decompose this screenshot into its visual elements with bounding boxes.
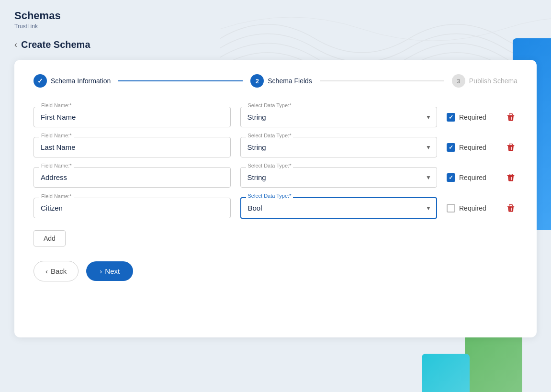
field-row-1: Field Name:* Select Data Type:* StringBo… xyxy=(34,107,517,127)
field-name-input-2[interactable] xyxy=(34,137,231,157)
field-name-group-2: Field Name:* xyxy=(34,137,231,157)
app-subtitle: TrustLink xyxy=(14,23,537,30)
step-3-circle: 3 xyxy=(452,74,465,88)
required-checkbox-1[interactable]: ✓ xyxy=(447,113,455,122)
step-2: 2 Schema Fields xyxy=(250,74,312,88)
back-button-label: Back xyxy=(51,267,67,275)
data-type-select-2[interactable]: StringBoolNumberDate xyxy=(240,137,438,157)
step-3-label: Publish Schema xyxy=(469,77,517,85)
field-name-label-2: Field Name:* xyxy=(39,133,74,138)
field-row-3: Field Name:* Select Data Type:* StringBo… xyxy=(34,167,517,188)
back-arrow-icon: ‹ xyxy=(45,267,48,275)
field-name-label-3: Field Name:* xyxy=(39,163,74,168)
delete-button-2[interactable] xyxy=(504,141,517,154)
data-type-label-3: Select Data Type:* xyxy=(246,163,293,168)
nav-buttons: ‹ Back › Next xyxy=(34,261,517,281)
step-connector-2 xyxy=(320,80,444,81)
field-name-input-1[interactable] xyxy=(34,107,231,127)
bg-decoration-green xyxy=(465,335,522,392)
svg-rect-4 xyxy=(507,145,515,146)
required-label-1: Required xyxy=(459,113,486,121)
step-1-circle: ✓ xyxy=(34,74,47,88)
step-1: ✓ Schema Information xyxy=(34,74,111,88)
required-section-1: ✓ Required xyxy=(447,113,495,122)
required-label-4: Required xyxy=(459,204,486,212)
step-1-label: Schema Information xyxy=(51,77,111,85)
next-arrow-icon: › xyxy=(100,267,102,275)
trash-icon-4 xyxy=(506,203,516,213)
main-card: ✓ Schema Information 2 Schema Fields 3 P… xyxy=(14,60,537,337)
svg-rect-0 xyxy=(507,115,515,116)
data-type-label-1: Select Data Type:* xyxy=(246,102,293,108)
data-type-select-3[interactable]: StringBoolNumberDate xyxy=(240,167,438,188)
step-2-circle: 2 xyxy=(250,74,264,88)
add-button[interactable]: Add xyxy=(34,230,66,246)
required-section-2: ✓ Required xyxy=(447,143,495,152)
fields-container: Field Name:* Select Data Type:* StringBo… xyxy=(34,107,517,219)
svg-rect-8 xyxy=(507,175,515,176)
field-row-2: Field Name:* Select Data Type:* StringBo… xyxy=(34,137,517,157)
page-title: Create Schema xyxy=(21,39,90,50)
next-button-label: Next xyxy=(105,267,120,275)
delete-button-1[interactable] xyxy=(504,111,517,124)
data-type-select-1[interactable]: StringBoolNumberDate xyxy=(240,107,438,127)
checkmark-icon-11: ✓ xyxy=(449,144,453,151)
required-checkbox-2[interactable]: ✓ xyxy=(447,143,455,152)
field-name-label-1: Field Name:* xyxy=(39,102,74,108)
required-label-2: Required xyxy=(459,144,486,151)
data-type-wrapper-1: Select Data Type:* StringBoolNumberDate … xyxy=(240,107,438,127)
bg-decoration-teal xyxy=(422,354,470,392)
required-section-4: Required xyxy=(447,204,495,213)
field-name-group-1: Field Name:* xyxy=(34,107,231,127)
step-3: 3 Publish Schema xyxy=(452,74,517,88)
data-type-select-4[interactable]: StringBoolNumberDate xyxy=(240,197,438,219)
required-checkbox-3[interactable]: ✓ xyxy=(447,173,455,182)
data-type-wrapper-4: Select Data Type:* StringBoolNumberDate … xyxy=(240,197,438,219)
data-type-label-2: Select Data Type:* xyxy=(246,133,293,138)
field-name-input-3[interactable] xyxy=(34,167,231,188)
back-nav-arrow[interactable]: ‹ xyxy=(14,40,17,50)
page-title-row: ‹ Create Schema xyxy=(0,34,551,60)
checkmark-icon-21: ✓ xyxy=(449,174,453,181)
delete-button-4[interactable] xyxy=(504,202,517,215)
required-checkbox-4[interactable] xyxy=(447,204,455,213)
trash-icon-1 xyxy=(506,112,516,123)
required-section-3: ✓ Required xyxy=(447,173,495,182)
data-type-label-4: Select Data Type:* xyxy=(246,193,293,199)
app-header: Schemas TrustLink xyxy=(0,0,551,34)
field-name-group-3: Field Name:* xyxy=(34,167,231,188)
data-type-wrapper-2: Select Data Type:* StringBoolNumberDate … xyxy=(240,137,438,157)
data-type-wrapper-3: Select Data Type:* StringBoolNumberDate … xyxy=(240,167,438,188)
field-name-label-4: Field Name:* xyxy=(39,193,74,199)
step-connector-1 xyxy=(118,80,243,81)
field-row-4: Field Name:* Select Data Type:* StringBo… xyxy=(34,197,517,219)
step-3-number: 3 xyxy=(457,78,460,85)
step-2-label: Schema Fields xyxy=(268,77,312,85)
field-name-input-4[interactable] xyxy=(34,198,231,218)
app-title: Schemas xyxy=(14,10,537,22)
delete-button-3[interactable] xyxy=(504,171,517,184)
svg-rect-12 xyxy=(507,206,515,207)
required-label-3: Required xyxy=(459,174,486,181)
field-name-group-4: Field Name:* xyxy=(34,198,231,218)
step-1-check-icon: ✓ xyxy=(37,77,43,85)
trash-icon-3 xyxy=(506,172,516,183)
stepper: ✓ Schema Information 2 Schema Fields 3 P… xyxy=(34,74,517,88)
next-button[interactable]: › Next xyxy=(86,261,133,281)
trash-icon-2 xyxy=(506,142,516,153)
step-2-number: 2 xyxy=(256,78,259,85)
checkmark-icon-01: ✓ xyxy=(449,114,453,121)
back-button[interactable]: ‹ Back xyxy=(34,261,79,281)
